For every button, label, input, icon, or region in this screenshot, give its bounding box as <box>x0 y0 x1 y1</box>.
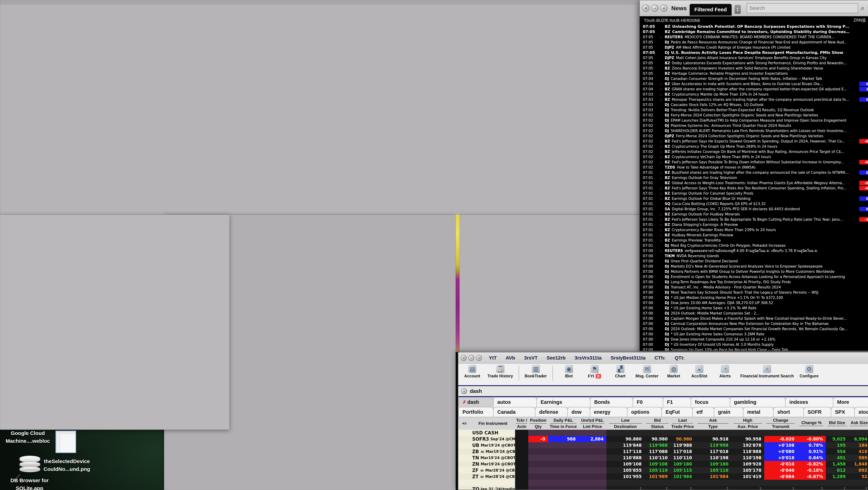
ask-cell[interactable] <box>695 430 731 436</box>
time-in-force-cell[interactable] <box>548 467 579 473</box>
column-header-change-[interactable]: Change % <box>797 417 826 430</box>
news-item[interactable]: 07:00DJ* US Jan Existing Home Sales +3.1… <box>641 306 868 311</box>
lmt-price-cell[interactable] <box>579 486 607 490</box>
news-item[interactable]: 07:05BZZions Bancorp Empowers Investors … <box>641 66 868 71</box>
toolbar-button-trade-history[interactable]: ⌛Trade History <box>486 365 515 378</box>
close-button[interactable]: × <box>642 4 649 12</box>
tab-more[interactable]: More <box>833 397 868 407</box>
ask-cell[interactable]: 105'110 <box>695 467 731 473</box>
toolbar-button-market[interactable]: ◍Market <box>661 365 686 378</box>
news-item[interactable]: 07:00DJTransact AT, Inc. - Media Advisor… <box>641 285 868 290</box>
lmt-price-cell[interactable] <box>579 449 607 455</box>
qty-cell[interactable] <box>528 430 548 436</box>
table-row[interactable]: ZT ∞Mar28'24 @CBOT101'955101'989101'9841… <box>458 473 868 480</box>
expand-collapse-cell[interactable] <box>458 442 471 449</box>
toolbar-button-ibot[interactable]: ◉IBot <box>557 365 581 378</box>
news-item[interactable]: 07:01BZGlobal Access to Weight-Loss Trea… <box>641 180 868 185</box>
ask-cell[interactable]: 117'018 <box>695 449 731 455</box>
news-item[interactable]: 07:05BZHeritage Commerce: Reliable Progr… <box>641 71 868 76</box>
time-in-force-cell[interactable]: 988 <box>548 436 579 442</box>
empty-window-left[interactable] <box>0 214 229 430</box>
news-item[interactable]: 07:05DJPZAM West Affirms Credit Ratings … <box>641 45 868 50</box>
menu-item[interactable]: YtT <box>489 355 497 361</box>
column-header--[interactable]: +/- <box>458 417 471 430</box>
news-item[interactable]: 07:02DJPZFerry-Morse 2024 Collection Spo… <box>641 134 868 139</box>
tab-canada[interactable]: Canada <box>493 407 535 417</box>
menu-item[interactable]: 3rsVT <box>524 355 538 361</box>
workspace-close-icon[interactable]: × <box>461 388 467 394</box>
tab-spx[interactable]: SPX <box>831 407 855 417</box>
bid-cell[interactable]: 110'110 <box>644 455 671 461</box>
feed-stepper[interactable]: ▲▼ <box>735 5 741 14</box>
expand-collapse-cell[interactable] <box>458 473 471 480</box>
table-row[interactable]: ZB ∞Mar19'24 @CBOT117'118117'088117'0181… <box>458 449 868 455</box>
news-item[interactable]: 07:02DJSHAREHOLDER ALERT: Pomerantz Law … <box>641 128 868 134</box>
news-item[interactable]: 07:00DJDow Jones Internet Composite 210.… <box>641 337 868 342</box>
expand-collapse-cell[interactable] <box>458 436 471 442</box>
news-item[interactable]: 07:01SADigital Bridge Group, Inc. 7.125%… <box>641 206 868 212</box>
tab-f1[interactable]: F1 <box>663 397 691 407</box>
news-item[interactable]: 07:03DJCascades Stock Falls 12% on 4Q Mi… <box>641 102 868 107</box>
toolbar-button-fyi[interactable]: ⚑FYI2 <box>582 365 607 379</box>
news-item[interactable]: 07:00DJEnrollment is Open for Students A… <box>641 274 868 280</box>
qty-cell[interactable] <box>528 449 548 455</box>
news-item[interactable]: 07:01SQCoca-Cola Bottling (COKE) Reports… <box>641 201 868 206</box>
action-cell[interactable] <box>515 436 528 442</box>
tab-grain[interactable]: grain <box>714 407 743 417</box>
qty-cell[interactable] <box>528 467 548 473</box>
fin-instrument-cell[interactable]: ZQJan 31 '24(trading ... <box>471 486 515 490</box>
time-in-force-cell[interactable] <box>548 473 579 480</box>
toolbar-button-financial-instrument-search[interactable]: ⌕Financial Instrument Search <box>739 365 796 378</box>
maximize-button[interactable]: + <box>476 355 482 361</box>
fin-instrument-cell[interactable]: ZT ∞Mar28'24 @CBOT <box>471 473 515 480</box>
action-cell[interactable] <box>515 473 528 480</box>
tab-indexes[interactable]: indexes <box>785 397 833 407</box>
column-header-last[interactable]: LastTrade Price <box>671 417 695 430</box>
table-row[interactable]: SOFR3Sep'24 @CME-99882,88490.88090.98090… <box>458 436 868 442</box>
bid-cell[interactable]: 119'988 <box>644 442 671 449</box>
desktop-icon-label-db-browser[interactable]: DB Browser for SQLite.app <box>3 477 56 490</box>
news-item[interactable]: 07:02♨BZCryptocurrency VeChain Up More T… <box>641 154 868 160</box>
news-item[interactable]: 07:04♨BZGRAN shares are trading higher a… <box>641 87 868 92</box>
fin-instrument-cell[interactable]: ZF ∞Mar28'24 @CBOT <box>471 467 515 473</box>
table-row[interactable]: UBMar19'24 @CBOT119'848119'988119'988119… <box>458 442 868 449</box>
action-cell[interactable] <box>515 449 528 455</box>
toolbar-button-acc-dist[interactable]: ◒Acc/Dist <box>687 365 711 378</box>
ask-cell[interactable]: 109'180 <box>695 461 731 467</box>
news-item[interactable]: 07:01♨BZHudbay Minerals Earnings Preview… <box>641 232 868 238</box>
ask-cell[interactable]: 101'984 <box>695 473 731 480</box>
desktop-icon-label-google-cloud[interactable]: Google Cloud Machine....webloc <box>2 429 54 445</box>
search-input[interactable] <box>747 3 858 13</box>
news-item[interactable]: 07:00DJCaptain Morgan Sliced Makes a Fla… <box>641 316 868 321</box>
menu-item[interactable]: 3rsVrx311ta <box>575 355 602 361</box>
action-cell[interactable] <box>515 430 528 436</box>
menu-item[interactable]: QTt: <box>675 355 685 361</box>
database-icon[interactable] <box>20 457 40 472</box>
bid-cell[interactable]: 109'108 <box>644 461 671 467</box>
news-item[interactable]: 07:01♨BZFed's Jefferson Says Likely To B… <box>641 217 868 222</box>
tab-short[interactable]: short <box>773 407 804 417</box>
ask-cell[interactable]: 90.918 <box>695 436 731 442</box>
column-header-fin-instrument[interactable]: Fin Instrument <box>471 417 515 430</box>
close-button[interactable]: × <box>461 355 467 361</box>
news-item[interactable]: 07:01♨BZEarnings Outlook For Calumet Spe… <box>641 191 868 196</box>
news-item[interactable]: 07:00DJDow Jones 10:00 AM Averages: DJIA… <box>641 300 868 306</box>
table-row[interactable]: TNMar19'24 @CBOT110'888110'110110'110110… <box>458 455 868 461</box>
news-item[interactable]: 07:05BZUnleashing Growth Potential: OP B… <box>641 24 868 29</box>
tab-bonds[interactable]: Bonds <box>590 397 633 407</box>
news-item[interactable]: 07:00DJ2024 Outlook: Middle Market Compa… <box>641 326 868 332</box>
news-item[interactable]: 07:00DJLong-Term Roadmaps Are Top Enterp… <box>641 280 868 285</box>
fin-instrument-cell[interactable]: ZNMar19'24 @CBOT <box>471 461 515 467</box>
tab-metal[interactable]: metal <box>743 407 774 417</box>
tab-close-icon[interactable]: ✗ <box>462 400 466 405</box>
feed-search-icon[interactable]: ⌕ <box>861 4 865 12</box>
news-item[interactable]: 07:05♨REUTERSMEXICO'S CENBANK MINUTES: B… <box>641 34 868 39</box>
tab-stocks[interactable]: stocks <box>854 407 868 417</box>
bid-cell[interactable]: ? <box>644 486 671 490</box>
news-item[interactable]: 07:00DJ* US Inventory Of Unsold US Homes… <box>641 342 868 347</box>
toolbar-button-booktrader[interactable]: ▥BookTrader <box>523 365 549 378</box>
time-in-force-cell[interactable] <box>548 480 579 486</box>
tab-dow[interactable]: dow <box>567 407 590 417</box>
time-in-force-cell[interactable] <box>548 442 579 449</box>
lmt-price-cell[interactable] <box>579 467 607 473</box>
